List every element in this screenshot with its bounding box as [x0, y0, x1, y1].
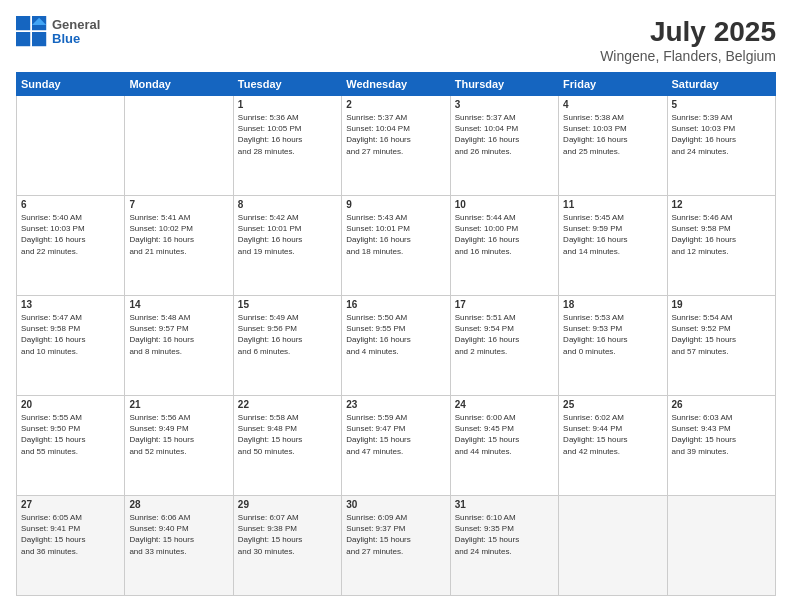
day-number: 4 [563, 99, 662, 110]
day-info: Sunrise: 5:40 AM Sunset: 10:03 PM Daylig… [21, 212, 120, 257]
day-info: Sunrise: 5:48 AM Sunset: 9:57 PM Dayligh… [129, 312, 228, 357]
day-info: Sunrise: 5:45 AM Sunset: 9:59 PM Dayligh… [563, 212, 662, 257]
day-cell: 27Sunrise: 6:05 AM Sunset: 9:41 PM Dayli… [17, 496, 125, 596]
month-title: July 2025 [600, 16, 776, 48]
day-cell: 22Sunrise: 5:58 AM Sunset: 9:48 PM Dayli… [233, 396, 341, 496]
day-info: Sunrise: 5:37 AM Sunset: 10:04 PM Daylig… [455, 112, 554, 157]
day-number: 21 [129, 399, 228, 410]
day-info: Sunrise: 6:05 AM Sunset: 9:41 PM Dayligh… [21, 512, 120, 557]
day-info: Sunrise: 5:46 AM Sunset: 9:58 PM Dayligh… [672, 212, 771, 257]
week-row-2: 13Sunrise: 5:47 AM Sunset: 9:58 PM Dayli… [17, 296, 776, 396]
day-number: 30 [346, 499, 445, 510]
day-info: Sunrise: 5:39 AM Sunset: 10:03 PM Daylig… [672, 112, 771, 157]
day-cell: 8Sunrise: 5:42 AM Sunset: 10:01 PM Dayli… [233, 196, 341, 296]
day-number: 5 [672, 99, 771, 110]
day-info: Sunrise: 5:44 AM Sunset: 10:00 PM Daylig… [455, 212, 554, 257]
calendar-page: General Blue July 2025 Wingene, Flanders… [0, 0, 792, 612]
day-info: Sunrise: 5:56 AM Sunset: 9:49 PM Dayligh… [129, 412, 228, 457]
day-number: 16 [346, 299, 445, 310]
day-cell: 17Sunrise: 5:51 AM Sunset: 9:54 PM Dayli… [450, 296, 558, 396]
day-cell: 14Sunrise: 5:48 AM Sunset: 9:57 PM Dayli… [125, 296, 233, 396]
day-number: 23 [346, 399, 445, 410]
day-cell: 26Sunrise: 6:03 AM Sunset: 9:43 PM Dayli… [667, 396, 775, 496]
day-info: Sunrise: 5:42 AM Sunset: 10:01 PM Daylig… [238, 212, 337, 257]
day-cell: 16Sunrise: 5:50 AM Sunset: 9:55 PM Dayli… [342, 296, 450, 396]
day-info: Sunrise: 5:43 AM Sunset: 10:01 PM Daylig… [346, 212, 445, 257]
day-info: Sunrise: 5:59 AM Sunset: 9:47 PM Dayligh… [346, 412, 445, 457]
day-info: Sunrise: 5:55 AM Sunset: 9:50 PM Dayligh… [21, 412, 120, 457]
day-info: Sunrise: 6:00 AM Sunset: 9:45 PM Dayligh… [455, 412, 554, 457]
logo-icon [16, 16, 48, 48]
day-cell: 15Sunrise: 5:49 AM Sunset: 9:56 PM Dayli… [233, 296, 341, 396]
day-number: 25 [563, 399, 662, 410]
day-cell: 2Sunrise: 5:37 AM Sunset: 10:04 PM Dayli… [342, 96, 450, 196]
day-number: 29 [238, 499, 337, 510]
weekday-header-monday: Monday [125, 73, 233, 96]
day-cell: 28Sunrise: 6:06 AM Sunset: 9:40 PM Dayli… [125, 496, 233, 596]
location: Wingene, Flanders, Belgium [600, 48, 776, 64]
svg-rect-2 [16, 32, 30, 46]
day-number: 3 [455, 99, 554, 110]
day-info: Sunrise: 5:37 AM Sunset: 10:04 PM Daylig… [346, 112, 445, 157]
week-row-4: 27Sunrise: 6:05 AM Sunset: 9:41 PM Dayli… [17, 496, 776, 596]
day-cell: 30Sunrise: 6:09 AM Sunset: 9:37 PM Dayli… [342, 496, 450, 596]
day-number: 11 [563, 199, 662, 210]
day-cell: 3Sunrise: 5:37 AM Sunset: 10:04 PM Dayli… [450, 96, 558, 196]
day-number: 14 [129, 299, 228, 310]
day-info: Sunrise: 5:58 AM Sunset: 9:48 PM Dayligh… [238, 412, 337, 457]
day-cell: 23Sunrise: 5:59 AM Sunset: 9:47 PM Dayli… [342, 396, 450, 496]
day-number: 20 [21, 399, 120, 410]
week-row-0: 1Sunrise: 5:36 AM Sunset: 10:05 PM Dayli… [17, 96, 776, 196]
weekday-header-saturday: Saturday [667, 73, 775, 96]
day-cell: 10Sunrise: 5:44 AM Sunset: 10:00 PM Dayl… [450, 196, 558, 296]
calendar-table: SundayMondayTuesdayWednesdayThursdayFrid… [16, 72, 776, 596]
week-row-3: 20Sunrise: 5:55 AM Sunset: 9:50 PM Dayli… [17, 396, 776, 496]
day-info: Sunrise: 5:41 AM Sunset: 10:02 PM Daylig… [129, 212, 228, 257]
day-info: Sunrise: 5:47 AM Sunset: 9:58 PM Dayligh… [21, 312, 120, 357]
day-info: Sunrise: 5:51 AM Sunset: 9:54 PM Dayligh… [455, 312, 554, 357]
day-number: 2 [346, 99, 445, 110]
day-cell [125, 96, 233, 196]
day-number: 19 [672, 299, 771, 310]
day-cell: 29Sunrise: 6:07 AM Sunset: 9:38 PM Dayli… [233, 496, 341, 596]
logo-text: General Blue [52, 18, 100, 47]
title-block: July 2025 Wingene, Flanders, Belgium [600, 16, 776, 64]
day-cell: 9Sunrise: 5:43 AM Sunset: 10:01 PM Dayli… [342, 196, 450, 296]
day-number: 9 [346, 199, 445, 210]
day-info: Sunrise: 5:49 AM Sunset: 9:56 PM Dayligh… [238, 312, 337, 357]
day-number: 1 [238, 99, 337, 110]
day-info: Sunrise: 6:06 AM Sunset: 9:40 PM Dayligh… [129, 512, 228, 557]
day-cell: 25Sunrise: 6:02 AM Sunset: 9:44 PM Dayli… [559, 396, 667, 496]
header: General Blue July 2025 Wingene, Flanders… [16, 16, 776, 64]
weekday-header-friday: Friday [559, 73, 667, 96]
svg-rect-0 [16, 16, 30, 30]
day-cell: 18Sunrise: 5:53 AM Sunset: 9:53 PM Dayli… [559, 296, 667, 396]
day-info: Sunrise: 6:02 AM Sunset: 9:44 PM Dayligh… [563, 412, 662, 457]
day-number: 13 [21, 299, 120, 310]
day-cell: 13Sunrise: 5:47 AM Sunset: 9:58 PM Dayli… [17, 296, 125, 396]
day-info: Sunrise: 5:36 AM Sunset: 10:05 PM Daylig… [238, 112, 337, 157]
day-cell: 7Sunrise: 5:41 AM Sunset: 10:02 PM Dayli… [125, 196, 233, 296]
logo-blue: Blue [52, 32, 100, 46]
day-cell: 19Sunrise: 5:54 AM Sunset: 9:52 PM Dayli… [667, 296, 775, 396]
day-info: Sunrise: 5:50 AM Sunset: 9:55 PM Dayligh… [346, 312, 445, 357]
day-number: 26 [672, 399, 771, 410]
day-number: 17 [455, 299, 554, 310]
logo: General Blue [16, 16, 100, 48]
day-cell: 12Sunrise: 5:46 AM Sunset: 9:58 PM Dayli… [667, 196, 775, 296]
day-info: Sunrise: 6:09 AM Sunset: 9:37 PM Dayligh… [346, 512, 445, 557]
day-info: Sunrise: 6:07 AM Sunset: 9:38 PM Dayligh… [238, 512, 337, 557]
day-cell [667, 496, 775, 596]
day-cell: 31Sunrise: 6:10 AM Sunset: 9:35 PM Dayli… [450, 496, 558, 596]
day-cell [17, 96, 125, 196]
day-number: 31 [455, 499, 554, 510]
day-number: 22 [238, 399, 337, 410]
svg-rect-3 [32, 32, 46, 46]
day-cell: 21Sunrise: 5:56 AM Sunset: 9:49 PM Dayli… [125, 396, 233, 496]
day-cell: 24Sunrise: 6:00 AM Sunset: 9:45 PM Dayli… [450, 396, 558, 496]
day-cell: 1Sunrise: 5:36 AM Sunset: 10:05 PM Dayli… [233, 96, 341, 196]
day-info: Sunrise: 6:03 AM Sunset: 9:43 PM Dayligh… [672, 412, 771, 457]
day-number: 27 [21, 499, 120, 510]
day-cell [559, 496, 667, 596]
week-row-1: 6Sunrise: 5:40 AM Sunset: 10:03 PM Dayli… [17, 196, 776, 296]
